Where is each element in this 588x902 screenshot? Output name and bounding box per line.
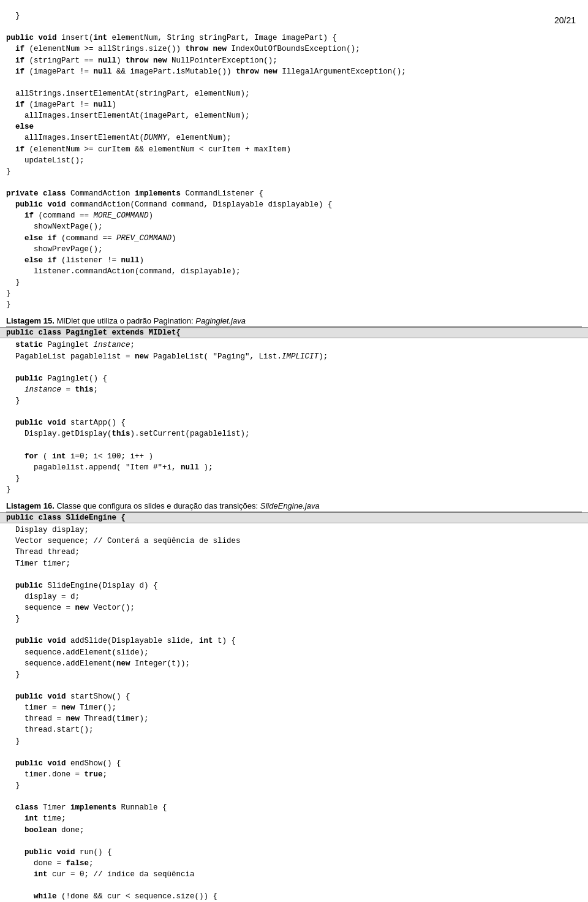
listing-16-file: SlideEngine.java [260,501,320,510]
listing-16-header: Listagem 16. Classe que configura os sli… [6,501,582,512]
listing-15-code-header: public class Paginglet extends MIDlet{ [0,327,588,338]
listing-15-desc: MIDlet que utiliza o padrão Pagination: [55,316,196,325]
listing-16-code: Display display; Vector sequence; // Con… [0,523,588,902]
listing-16-desc: Classe que configura os slides e duração… [55,501,260,510]
listing-15-header: Listagem 15. MIDlet que utiliza o padrão… [6,316,582,327]
listing-15-num: Listagem 15. [6,316,55,325]
page-number: 20/21 [554,15,576,25]
listing-16-num: Listagem 16. [6,501,55,510]
listing-15-file: Paginglet.java [195,316,246,325]
listing-16-code-header: public class SlideEngine { [0,512,588,523]
closing-code-block: } public void insert(int elementNum, Str… [0,9,588,311]
listing-15-code: static Paginglet instance; PagableList p… [0,338,588,496]
